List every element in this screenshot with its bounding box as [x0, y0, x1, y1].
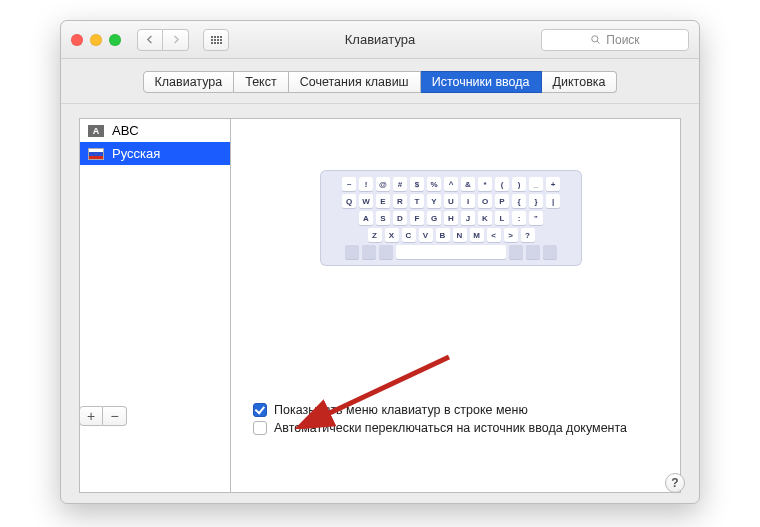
keyboard-key: H: [444, 211, 458, 225]
svg-point-0: [592, 36, 598, 42]
keyboard-key: {: [512, 194, 526, 208]
zoom-window-button[interactable]: [109, 34, 121, 46]
keyboard-key: |: [546, 194, 560, 208]
help-button[interactable]: ?: [665, 473, 685, 493]
input-source-abc[interactable]: AABC: [80, 119, 230, 142]
keyboard-key: %: [427, 177, 441, 191]
show-all-button[interactable]: [203, 29, 229, 51]
svg-line-1: [598, 41, 600, 43]
keyboard-key: W: [359, 194, 373, 208]
add-source-button[interactable]: +: [79, 406, 103, 426]
tab-shortcuts[interactable]: Сочетания клавиш: [289, 71, 421, 93]
keyboard-spacebar: [396, 245, 506, 259]
search-field[interactable]: Поиск: [541, 29, 689, 51]
keyboard-key: _: [529, 177, 543, 191]
keyboard-key: M: [470, 228, 484, 242]
auto-switch-checkbox[interactable]: [253, 421, 267, 435]
input-sources-list[interactable]: AABCРусская: [79, 118, 231, 493]
keyboard-key: $: [410, 177, 424, 191]
keyboard-key: K: [478, 211, 492, 225]
keyboard-key: ~: [342, 177, 356, 191]
options-checkboxes: Показывать меню клавиатур в строке меню …: [253, 403, 627, 435]
tab-keyboard[interactable]: Клавиатура: [143, 71, 235, 93]
keyboard-key: G: [427, 211, 441, 225]
keyboard-key: ^: [444, 177, 458, 191]
keyboard-key: O: [478, 194, 492, 208]
keyboard-key: A: [359, 211, 373, 225]
minimize-window-button[interactable]: [90, 34, 102, 46]
forward-button[interactable]: [163, 29, 189, 51]
back-button[interactable]: [137, 29, 163, 51]
keyboard-key: V: [419, 228, 433, 242]
search-placeholder: Поиск: [606, 33, 639, 47]
keyboard-key: +: [546, 177, 560, 191]
tab-input[interactable]: Источники ввода: [421, 71, 542, 93]
keyboard-key: I: [461, 194, 475, 208]
keyboard-key: C: [402, 228, 416, 242]
tab-dictation[interactable]: Диктовка: [542, 71, 618, 93]
show-input-menu-row: Показывать меню клавиатур в строке меню: [253, 403, 627, 417]
layout-preview-pane: ~!@#$%^&*()_+QWERTYUIOP{}|ASDFGHJKL:"ZXC…: [231, 118, 681, 493]
russian-flag-icon: [88, 148, 104, 160]
keyboard-modifier-key: [509, 245, 523, 259]
keyboard-key: Y: [427, 194, 441, 208]
keyboard-key: T: [410, 194, 424, 208]
keyboard-key: &: [461, 177, 475, 191]
keyboard-key: ": [529, 211, 543, 225]
keyboard-modifier-key: [379, 245, 393, 259]
keyboard-key: Z: [368, 228, 382, 242]
show-input-menu-label: Показывать меню клавиатур в строке меню: [274, 403, 528, 417]
keyboard-key: #: [393, 177, 407, 191]
keyboard-key: ?: [521, 228, 535, 242]
keyboard-key: }: [529, 194, 543, 208]
keyboard-key: U: [444, 194, 458, 208]
keyboard-key: :: [512, 211, 526, 225]
preferences-window: Клавиатура Поиск КлавиатураТекстСочетани…: [60, 20, 700, 504]
input-source-label: Русская: [112, 146, 160, 161]
keyboard-key: !: [359, 177, 373, 191]
keyboard-key: J: [461, 211, 475, 225]
keyboard-key: N: [453, 228, 467, 242]
keyboard-key: (: [495, 177, 509, 191]
keyboard-key: S: [376, 211, 390, 225]
input-source-russian[interactable]: Русская: [80, 142, 230, 165]
auto-switch-row: Автоматически переключаться на источник …: [253, 421, 627, 435]
auto-switch-label: Автоматически переключаться на источник …: [274, 421, 627, 435]
keyboard-modifier-key: [543, 245, 557, 259]
keyboard-layout-preview: ~!@#$%^&*()_+QWERTYUIOP{}|ASDFGHJKL:"ZXC…: [321, 171, 581, 265]
keyboard-key: P: [495, 194, 509, 208]
tab-bar: КлавиатураТекстСочетания клавишИсточники…: [61, 59, 699, 104]
keyboard-key: X: [385, 228, 399, 242]
keyboard-modifier-key: [526, 245, 540, 259]
nav-buttons: [137, 29, 189, 51]
pane-body: AABCРусская ~!@#$%^&*()_+QWERTYUIOP{}|AS…: [61, 104, 699, 503]
keyboard-key: <: [487, 228, 501, 242]
input-source-label: ABC: [112, 123, 139, 138]
keyboard-key: >: [504, 228, 518, 242]
show-input-menu-checkbox[interactable]: [253, 403, 267, 417]
keyboard-key: Q: [342, 194, 356, 208]
keyboard-key: *: [478, 177, 492, 191]
titlebar: Клавиатура Поиск: [61, 21, 699, 59]
keyboard-key: L: [495, 211, 509, 225]
add-remove-group: + −: [79, 406, 127, 426]
tab-text[interactable]: Текст: [234, 71, 288, 93]
keyboard-key: D: [393, 211, 407, 225]
grid-icon: [211, 36, 222, 44]
keyboard-modifier-key: [362, 245, 376, 259]
abc-icon: A: [88, 125, 104, 137]
traffic-lights: [71, 34, 121, 46]
keyboard-key: ): [512, 177, 526, 191]
keyboard-key: F: [410, 211, 424, 225]
keyboard-key: B: [436, 228, 450, 242]
keyboard-key: R: [393, 194, 407, 208]
keyboard-key: E: [376, 194, 390, 208]
remove-source-button[interactable]: −: [103, 406, 127, 426]
search-icon: [590, 34, 601, 45]
keyboard-modifier-key: [345, 245, 359, 259]
keyboard-key: @: [376, 177, 390, 191]
close-window-button[interactable]: [71, 34, 83, 46]
